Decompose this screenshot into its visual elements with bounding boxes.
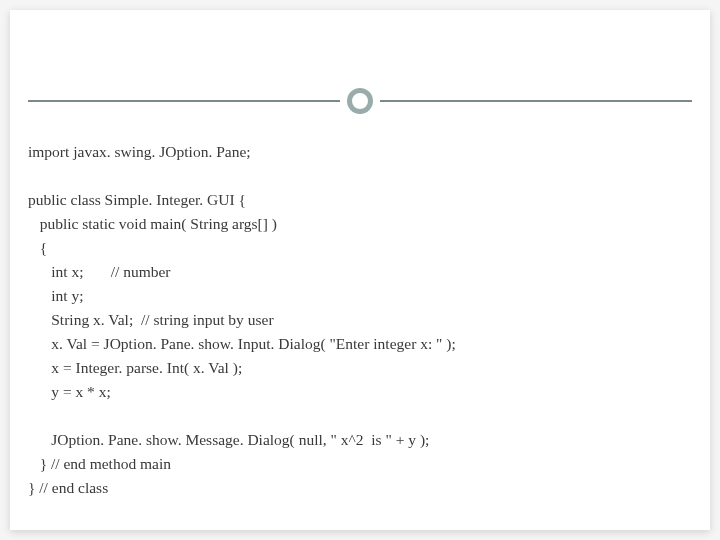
code-line: String x. Val; // string input by user bbox=[28, 308, 692, 332]
blank-line bbox=[28, 404, 692, 428]
code-line: int x; // number bbox=[28, 260, 692, 284]
code-line: import javax. swing. JOption. Pane; bbox=[28, 140, 692, 164]
code-line: { bbox=[28, 236, 692, 260]
circle-ornament-icon bbox=[347, 88, 373, 114]
code-line: public static void main( String args[] ) bbox=[28, 212, 692, 236]
code-line: int y; bbox=[28, 284, 692, 308]
code-line: public class Simple. Integer. GUI { bbox=[28, 188, 692, 212]
code-block: import javax. swing. JOption. Pane; publ… bbox=[28, 140, 692, 500]
slide-container: import javax. swing. JOption. Pane; publ… bbox=[10, 10, 710, 530]
code-line: } // end class bbox=[28, 476, 692, 500]
blank-line bbox=[28, 164, 692, 188]
slide-header bbox=[10, 10, 710, 115]
code-line: JOption. Pane. show. Message. Dialog( nu… bbox=[28, 428, 692, 452]
code-line: } // end method main bbox=[28, 452, 692, 476]
code-line: y = x * x; bbox=[28, 380, 692, 404]
code-line: x = Integer. parse. Int( x. Val ); bbox=[28, 356, 692, 380]
code-line: x. Val = JOption. Pane. show. Input. Dia… bbox=[28, 332, 692, 356]
